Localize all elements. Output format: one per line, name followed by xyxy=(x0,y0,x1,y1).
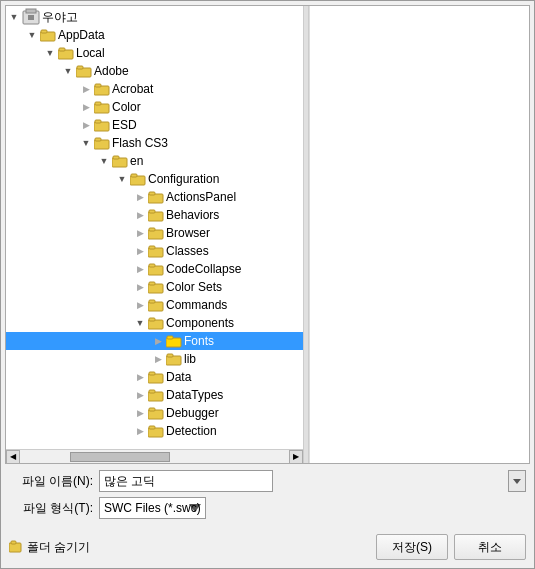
expander[interactable]: ▶ xyxy=(78,117,94,133)
node-label: Fonts xyxy=(184,334,214,348)
scroll-left-arrow[interactable]: ◀ xyxy=(6,450,20,464)
svg-rect-18 xyxy=(113,156,119,159)
filename-dropdown-btn[interactable] xyxy=(508,470,526,492)
filetype-select[interactable]: SWC Files (*.swc)All Files (*.*) xyxy=(99,497,206,519)
tree-node-debugger[interactable]: ▶ Debugger xyxy=(6,404,303,422)
folder-icon xyxy=(94,136,110,150)
expander[interactable]: ▶ xyxy=(132,189,148,205)
tree-node-root[interactable]: ▼ 우야고 xyxy=(6,8,303,26)
tree-node-components[interactable]: ▼ Components xyxy=(6,314,303,332)
horizontal-scrollbar: ◀ ▶ xyxy=(6,449,303,463)
save-button[interactable]: 저장(S) xyxy=(376,534,448,560)
expander[interactable]: ▶ xyxy=(132,387,148,403)
tree-node-acrobat[interactable]: ▶ Acrobat xyxy=(6,80,303,98)
filename-row: 파일 이름(N): xyxy=(9,470,526,492)
expander[interactable]: ▶ xyxy=(132,405,148,421)
tree-node-configuration[interactable]: ▼ Configuration xyxy=(6,170,303,188)
folder-icon xyxy=(148,244,164,258)
expander[interactable]: ▶ xyxy=(132,243,148,259)
cancel-button[interactable]: 취소 xyxy=(454,534,526,560)
svg-rect-48 xyxy=(149,426,155,429)
tree-node-actionspanel[interactable]: ▶ ActionsPanel xyxy=(6,188,303,206)
node-label: DataTypes xyxy=(166,388,223,402)
node-label: Detection xyxy=(166,424,217,438)
tree-node-codecollapse[interactable]: ▶ CodeCollapse xyxy=(6,260,303,278)
tree-node-commands[interactable]: ▶ Commands xyxy=(6,296,303,314)
svg-rect-30 xyxy=(149,264,155,267)
tree-node-flashcs3[interactable]: ▼ Flash CS3 xyxy=(6,134,303,152)
expander[interactable]: ▶ xyxy=(132,369,148,385)
tree-node-color[interactable]: ▶ Color xyxy=(6,98,303,116)
scroll-right-arrow[interactable]: ▶ xyxy=(289,450,303,464)
folder-icon xyxy=(130,172,146,186)
expander[interactable]: ▼ xyxy=(60,63,76,79)
tree-node-adobe[interactable]: ▼ Adobe xyxy=(6,62,303,80)
tree-node-appdata[interactable]: ▼ AppData xyxy=(6,26,303,44)
node-label: Components xyxy=(166,316,234,330)
tree-scroll[interactable]: ▼ 우야고▼ AppData▼ Local▼ Adobe▶ Acrobat▶ C… xyxy=(6,6,303,449)
expander[interactable]: ▼ xyxy=(96,153,112,169)
folder-icon xyxy=(148,316,164,330)
node-label: Flash CS3 xyxy=(112,136,168,150)
node-label: Adobe xyxy=(94,64,129,78)
svg-rect-34 xyxy=(149,300,155,303)
node-label: en xyxy=(130,154,143,168)
tree-node-fonts[interactable]: ▶ Fonts xyxy=(6,332,303,350)
tree-node-data[interactable]: ▶ Data xyxy=(6,368,303,386)
expander[interactable]: ▶ xyxy=(150,351,166,367)
hide-folder-label: 폴더 숨기기 xyxy=(27,539,90,556)
folder-icon xyxy=(148,280,164,294)
expander[interactable]: ▶ xyxy=(132,423,148,439)
tree-node-classes[interactable]: ▶ Classes xyxy=(6,242,303,260)
expander[interactable]: ▼ xyxy=(24,27,40,43)
node-label: Color Sets xyxy=(166,280,222,294)
expander[interactable]: ▶ xyxy=(78,81,94,97)
tree-node-en[interactable]: ▼ en xyxy=(6,152,303,170)
tree-node-local[interactable]: ▼ Local xyxy=(6,44,303,62)
expander[interactable]: ▼ xyxy=(42,45,58,61)
expander[interactable]: ▼ xyxy=(6,9,22,25)
node-label: Color xyxy=(112,100,141,114)
folder-icon xyxy=(148,208,164,222)
svg-rect-32 xyxy=(149,282,155,285)
folder-icon xyxy=(148,370,164,384)
expander[interactable]: ▶ xyxy=(132,225,148,241)
h-scroll-track xyxy=(20,452,289,462)
expander[interactable]: ▶ xyxy=(132,279,148,295)
node-label: Local xyxy=(76,46,105,60)
tree-node-detection[interactable]: ▶ Detection xyxy=(6,422,303,440)
expander[interactable]: ▶ xyxy=(78,99,94,115)
expander[interactable]: ▼ xyxy=(78,135,94,151)
folder-icon xyxy=(76,64,92,78)
svg-rect-46 xyxy=(149,408,155,411)
filetype-combo: SWC Files (*.swc)All Files (*.*) xyxy=(99,497,526,519)
expander[interactable]: ▼ xyxy=(114,171,130,187)
tree-node-behaviors[interactable]: ▶ Behaviors xyxy=(6,206,303,224)
tree-node-browser[interactable]: ▶ Browser xyxy=(6,224,303,242)
svg-rect-36 xyxy=(149,318,155,321)
folder-icon xyxy=(148,190,164,204)
tree-node-lib[interactable]: ▶ lib xyxy=(6,350,303,368)
button-bar: 폴더 숨기기 저장(S) 취소 xyxy=(1,528,534,568)
h-scroll-thumb[interactable] xyxy=(70,452,170,462)
svg-rect-26 xyxy=(149,228,155,231)
file-tree-area: ▼ 우야고▼ AppData▼ Local▼ Adobe▶ Acrobat▶ C… xyxy=(5,5,530,464)
expander[interactable]: ▶ xyxy=(132,297,148,313)
expander[interactable]: ▶ xyxy=(150,333,166,349)
filetype-label: 파일 형식(T): xyxy=(9,500,99,517)
node-label: ESD xyxy=(112,118,137,132)
expander[interactable]: ▶ xyxy=(132,261,148,277)
filename-input[interactable] xyxy=(99,470,273,492)
expander[interactable]: ▶ xyxy=(132,207,148,223)
node-label: Behaviors xyxy=(166,208,219,222)
tree-node-esd[interactable]: ▶ ESD xyxy=(6,116,303,134)
filename-label: 파일 이름(N): xyxy=(9,473,99,490)
tree-node-datatypes[interactable]: ▶ DataTypes xyxy=(6,386,303,404)
svg-rect-50 xyxy=(11,541,16,544)
tree-node-colorsets[interactable]: ▶ Color Sets xyxy=(6,278,303,296)
expander[interactable]: ▼ xyxy=(132,315,148,331)
tree-pane: ▼ 우야고▼ AppData▼ Local▼ Adobe▶ Acrobat▶ C… xyxy=(6,6,303,463)
hide-folder-btn[interactable]: 폴더 숨기기 xyxy=(9,539,90,556)
node-label: AppData xyxy=(58,28,105,42)
node-label: Configuration xyxy=(148,172,219,186)
